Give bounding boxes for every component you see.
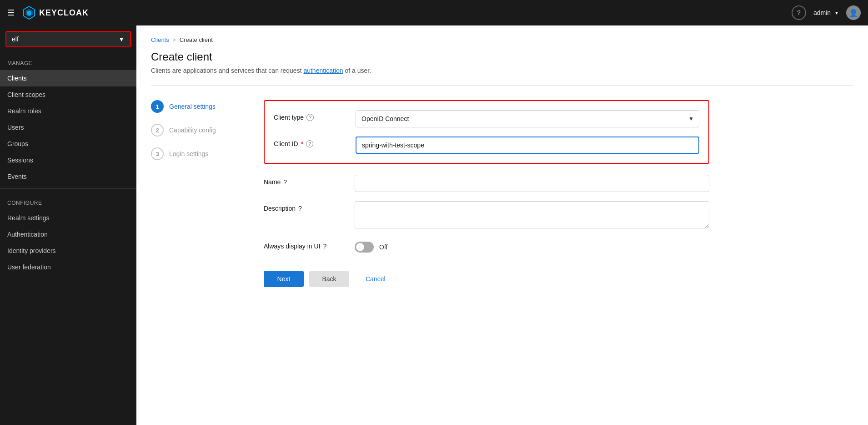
sidebar-item-client-scopes[interactable]: Client scopes bbox=[0, 86, 136, 103]
always-display-help-icon[interactable]: ? bbox=[323, 243, 327, 250]
always-display-row: Always display in UI ? Off bbox=[264, 239, 709, 253]
name-row: Name ? bbox=[264, 175, 709, 192]
breadcrumb-current: Create client bbox=[180, 36, 213, 43]
sidebar-item-label: Sessions bbox=[7, 157, 33, 164]
realm-name: elf bbox=[12, 35, 19, 43]
manage-section-label: Manage bbox=[0, 53, 136, 70]
avatar: 👤 bbox=[846, 5, 861, 20]
sidebar-item-label: Client scopes bbox=[7, 91, 45, 98]
hamburger-icon[interactable]: ☰ bbox=[7, 8, 15, 18]
client-id-help-icon[interactable]: ? bbox=[306, 140, 313, 147]
form-fields: Client type ? OpenID Connect SAML ▼ bbox=[264, 100, 709, 287]
client-type-row: Client type ? OpenID Connect SAML ▼ bbox=[274, 110, 699, 127]
always-display-label: Always display in UI ? bbox=[264, 239, 355, 250]
breadcrumb-separator: > bbox=[173, 37, 176, 43]
subtitle-auth-link[interactable]: authentication bbox=[303, 67, 343, 74]
stepper-circle-2: 2 bbox=[151, 124, 164, 137]
description-control bbox=[355, 201, 709, 230]
always-display-toggle-wrapper: Off bbox=[355, 239, 709, 253]
description-row: Description ? bbox=[264, 201, 709, 230]
content-divider bbox=[151, 85, 853, 86]
client-type-select-wrapper: OpenID Connect SAML ▼ bbox=[356, 110, 699, 127]
sidebar-item-label: Users bbox=[7, 124, 24, 131]
stepper-label-1: General settings bbox=[169, 103, 216, 110]
main-content: Clients > Create client Create client Cl… bbox=[136, 25, 868, 425]
stepper-step-3[interactable]: 3 Login settings bbox=[151, 147, 242, 160]
sidebar-item-authentication[interactable]: Authentication bbox=[0, 226, 136, 243]
client-id-required: * bbox=[301, 140, 303, 147]
realm-selector[interactable]: elf ▼ bbox=[5, 31, 131, 47]
sidebar-item-groups[interactable]: Groups bbox=[0, 136, 136, 152]
sidebar-item-label: Realm roles bbox=[7, 107, 41, 115]
client-id-label: Client ID * ? bbox=[274, 137, 356, 147]
stepper-step-2[interactable]: 2 Capability config bbox=[151, 124, 242, 137]
action-buttons: Next Back Cancel bbox=[264, 271, 709, 287]
sidebar-item-label: Events bbox=[7, 173, 27, 180]
always-display-toggle-label: Off bbox=[379, 243, 387, 251]
always-display-toggle[interactable] bbox=[355, 242, 374, 253]
form-layout: 1 General settings 2 Capability config 3… bbox=[151, 100, 853, 287]
main-layout: elf ▼ Manage Clients Client scopes Realm… bbox=[0, 25, 868, 425]
keycloak-logo-icon bbox=[22, 5, 36, 20]
always-display-control: Off bbox=[355, 239, 709, 253]
user-menu[interactable]: admin ▼ 👤 bbox=[813, 5, 861, 20]
breadcrumb: Clients > Create client bbox=[151, 36, 853, 43]
name-help-icon[interactable]: ? bbox=[283, 178, 287, 186]
stepper-circle-1: 1 bbox=[151, 100, 164, 113]
breadcrumb-clients-link[interactable]: Clients bbox=[151, 36, 169, 43]
sidebar-item-label: Identity providers bbox=[7, 247, 56, 254]
client-type-control: OpenID Connect SAML ▼ bbox=[356, 110, 699, 127]
user-name: admin bbox=[813, 9, 831, 16]
stepper-label-3: Login settings bbox=[169, 150, 208, 157]
page-subtitle: Clients are applications and services th… bbox=[151, 67, 853, 74]
name-control bbox=[355, 175, 709, 192]
sidebar-item-label: Groups bbox=[7, 140, 28, 147]
toggle-knob bbox=[356, 243, 364, 251]
client-id-input[interactable] bbox=[356, 137, 699, 154]
stepper-circle-3: 3 bbox=[151, 147, 164, 160]
sidebar-item-realm-settings[interactable]: Realm settings bbox=[0, 210, 136, 226]
next-button[interactable]: Next bbox=[264, 271, 304, 287]
configure-section-label: Configure bbox=[0, 192, 136, 210]
sidebar: elf ▼ Manage Clients Client scopes Realm… bbox=[0, 25, 136, 425]
client-id-row: Client ID * ? bbox=[274, 137, 699, 154]
client-id-control bbox=[356, 137, 699, 154]
sidebar-divider bbox=[0, 188, 136, 189]
page-title: Create client bbox=[151, 51, 853, 63]
sidebar-item-sessions[interactable]: Sessions bbox=[0, 152, 136, 168]
cancel-button[interactable]: Cancel bbox=[355, 271, 396, 287]
logo-text: KEYCLOAK bbox=[39, 8, 89, 18]
sidebar-item-identity-providers[interactable]: Identity providers bbox=[0, 243, 136, 259]
sidebar-item-label: Clients bbox=[7, 75, 27, 82]
navbar: ☰ KEYCLOAK ? admin ▼ 👤 bbox=[0, 0, 868, 25]
description-help-icon[interactable]: ? bbox=[298, 205, 302, 212]
help-button[interactable]: ? bbox=[792, 5, 806, 20]
back-button[interactable]: Back bbox=[309, 271, 349, 287]
sidebar-item-users[interactable]: Users bbox=[0, 119, 136, 136]
realm-caret-icon: ▼ bbox=[118, 35, 125, 43]
description-textarea[interactable] bbox=[355, 201, 709, 228]
sidebar-item-label: Authentication bbox=[7, 231, 48, 238]
client-type-select[interactable]: OpenID Connect SAML bbox=[356, 110, 699, 127]
sidebar-item-label: User federation bbox=[7, 263, 51, 271]
sidebar-item-events[interactable]: Events bbox=[0, 168, 136, 185]
client-type-help-icon[interactable]: ? bbox=[306, 114, 314, 121]
user-caret-icon: ▼ bbox=[834, 10, 839, 15]
logo: KEYCLOAK bbox=[22, 5, 89, 20]
stepper-step-1[interactable]: 1 General settings bbox=[151, 100, 242, 113]
client-type-label: Client type ? bbox=[274, 110, 356, 121]
sidebar-item-realm-roles[interactable]: Realm roles bbox=[0, 103, 136, 119]
sidebar-item-user-federation[interactable]: User federation bbox=[0, 259, 136, 275]
sidebar-item-label: Realm settings bbox=[7, 214, 50, 222]
form-section-highlighted: Client type ? OpenID Connect SAML ▼ bbox=[264, 100, 709, 164]
name-label: Name ? bbox=[264, 175, 355, 186]
description-label: Description ? bbox=[264, 201, 355, 212]
stepper-label-2: Capability config bbox=[169, 126, 216, 134]
sidebar-item-clients[interactable]: Clients bbox=[0, 70, 136, 86]
name-input[interactable] bbox=[355, 175, 709, 192]
stepper: 1 General settings 2 Capability config 3… bbox=[151, 100, 242, 287]
